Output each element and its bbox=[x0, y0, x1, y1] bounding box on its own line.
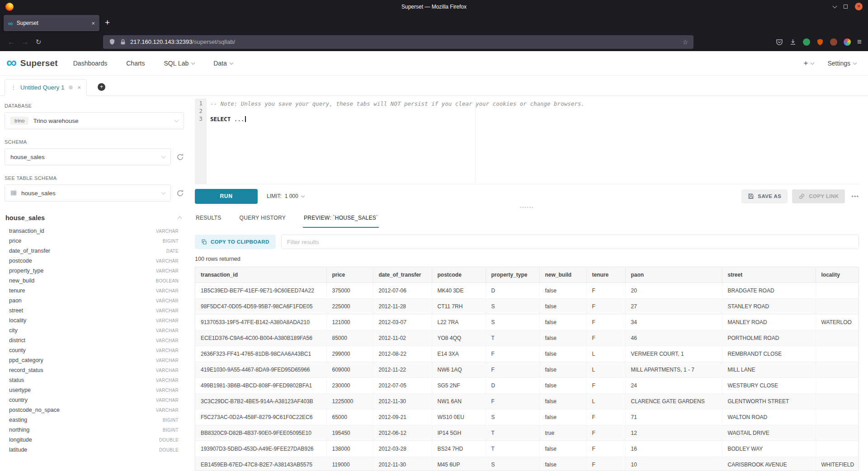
copy-link-button[interactable]: COPY LINK bbox=[792, 189, 845, 203]
column-header[interactable]: date_of_transfer bbox=[373, 267, 432, 283]
nav-item-sql-lab[interactable]: SQL Lab bbox=[164, 60, 194, 67]
nav-item-data[interactable]: Data bbox=[213, 60, 233, 67]
column-header[interactable]: street bbox=[722, 267, 816, 283]
column-header[interactable]: transaction_id bbox=[195, 267, 326, 283]
column-type: VARCHAR bbox=[156, 408, 179, 413]
cell-price: 121000 bbox=[326, 315, 373, 330]
sql-toolbar: RUN LIMIT: 1 000 SAVE AS bbox=[195, 188, 859, 204]
column-type: BIGINT bbox=[163, 239, 179, 244]
cell-new-build: true bbox=[539, 425, 586, 441]
column-type: VARCHAR bbox=[156, 358, 179, 363]
main-nav: Dashboards Charts SQL Lab Data bbox=[73, 60, 233, 67]
tracking-shield-icon[interactable] bbox=[108, 38, 116, 46]
settings-menu[interactable]: Settings bbox=[827, 60, 856, 67]
query-tab-untitled-1[interactable]: ⋮ Untitled Query 1 × bbox=[5, 79, 87, 96]
table-column-row: property_type VARCHAR bbox=[5, 266, 184, 276]
back-button[interactable]: ← bbox=[5, 38, 18, 46]
cell-postcode: WS10 0EU bbox=[432, 410, 486, 425]
column-header[interactable]: paon bbox=[625, 267, 722, 283]
cell-transaction-id: 98F5DC47-0D05-4D59-95B7-98CA6F1FDE05 bbox=[195, 299, 326, 315]
table-row: ECE1D376-C9A6-4C00-B004-A380B189FA56 850… bbox=[195, 330, 859, 346]
run-button[interactable]: RUN bbox=[195, 189, 258, 204]
table-select[interactable]: house_sales bbox=[5, 184, 171, 202]
window-close-button[interactable]: × bbox=[855, 3, 863, 10]
refresh-schema-button[interactable] bbox=[176, 153, 184, 161]
browser-tab-superset[interactable]: ∞ Superset × bbox=[4, 15, 99, 31]
cell-locality: WATERLOO bbox=[816, 315, 859, 330]
refresh-table-button[interactable] bbox=[176, 189, 184, 197]
drag-handle-icon[interactable]: ⋮ bbox=[10, 84, 16, 91]
nav-item-dashboards[interactable]: Dashboards bbox=[73, 60, 108, 67]
bookmark-star-icon[interactable]: ☆ bbox=[682, 38, 688, 46]
column-header[interactable]: locality bbox=[816, 267, 859, 283]
table-schema-header[interactable]: house_sales bbox=[5, 214, 181, 221]
menu-icon[interactable]: ≡ bbox=[857, 38, 862, 47]
column-type: VARCHAR bbox=[156, 298, 179, 303]
column-header[interactable]: price bbox=[326, 267, 373, 283]
column-header[interactable]: property_type bbox=[486, 267, 539, 283]
more-options-button[interactable]: ••• bbox=[851, 193, 859, 200]
cell-property-type: T bbox=[486, 425, 539, 441]
schema-select[interactable]: house_sales bbox=[5, 148, 171, 165]
column-name: district bbox=[9, 337, 25, 344]
cell-locality bbox=[816, 362, 859, 378]
column-name: status bbox=[9, 377, 24, 383]
download-icon[interactable] bbox=[789, 38, 797, 46]
sql-editor[interactable]: 123 -- Note: Unless you save your query,… bbox=[195, 99, 859, 184]
cell-tenure: F bbox=[586, 441, 625, 457]
column-type: DOUBLE bbox=[159, 438, 179, 443]
superset-brand[interactable]: ∞ Superset bbox=[6, 57, 58, 70]
tab-preview-house-sales[interactable]: PREVIEW: `HOUSE_SALES` bbox=[303, 210, 379, 228]
table-row: EB1459EB-67ED-47C8-B2E7-A38143AB5575 119… bbox=[195, 457, 859, 471]
extension-icon-2[interactable] bbox=[816, 38, 824, 46]
add-new-button[interactable]: + bbox=[803, 59, 814, 68]
database-select[interactable]: trino Trino warehouse bbox=[5, 112, 184, 129]
results-table-body: 1B5C39ED-BE7F-41EF-9E71-9C60EED74A22 375… bbox=[195, 283, 859, 471]
collapse-chevron-icon[interactable] bbox=[178, 217, 182, 221]
filter-results-input[interactable] bbox=[281, 235, 859, 249]
column-header[interactable]: new_build bbox=[539, 267, 586, 283]
editor-code-area[interactable]: -- Note: Unless you save your query, the… bbox=[207, 99, 859, 184]
tab-query-history[interactable]: QUERY HISTORY bbox=[239, 210, 287, 228]
extension-icon-1[interactable] bbox=[803, 38, 810, 46]
tab-results[interactable]: RESULTS bbox=[195, 210, 222, 228]
column-header[interactable]: tenure bbox=[586, 267, 625, 283]
table-schema-label: SEE TABLE SCHEMA bbox=[5, 175, 184, 181]
new-browser-tab-button[interactable]: + bbox=[99, 18, 115, 33]
cell-street: WAGTAIL DRIVE bbox=[722, 425, 816, 441]
browser-tab-close-icon[interactable]: × bbox=[91, 20, 95, 27]
column-name: property_type bbox=[9, 268, 43, 274]
resize-grip-handle[interactable]: •••••• bbox=[195, 204, 859, 210]
window-minimize-button[interactable] bbox=[833, 4, 837, 8]
cell-property-type: F bbox=[486, 362, 539, 378]
cell-tenure: F bbox=[586, 330, 625, 346]
add-query-tab-button[interactable]: + bbox=[98, 83, 105, 91]
forward-button[interactable]: → bbox=[18, 38, 32, 46]
superset-favicon-icon: ∞ bbox=[8, 19, 13, 27]
url-bar[interactable]: 217.160.120.143:32393/superset/sqllab/ ☆ bbox=[103, 35, 693, 49]
query-tab-close-icon[interactable]: × bbox=[78, 84, 81, 91]
cell-new-build: false bbox=[539, 441, 586, 457]
extension-icon-4[interactable] bbox=[844, 38, 851, 46]
column-type: VARCHAR bbox=[156, 368, 179, 373]
column-header[interactable]: postcode bbox=[432, 267, 486, 283]
save-as-button[interactable]: SAVE AS bbox=[741, 189, 788, 203]
extension-icon-3[interactable] bbox=[830, 38, 837, 46]
pocket-icon[interactable] bbox=[776, 38, 783, 46]
limit-dropdown[interactable]: LIMIT: 1 000 bbox=[267, 193, 304, 199]
cell-date-of-transfer: 2012-06-12 bbox=[373, 425, 432, 441]
column-name: new_build bbox=[9, 278, 34, 284]
window-maximize-button[interactable] bbox=[844, 5, 848, 9]
cell-paon: 34 bbox=[625, 315, 722, 330]
reload-button[interactable]: ↻ bbox=[32, 38, 45, 46]
cell-property-type: D bbox=[486, 378, 539, 394]
line-number: 1 bbox=[195, 100, 207, 108]
nav-item-charts[interactable]: Charts bbox=[126, 60, 145, 67]
lock-icon[interactable] bbox=[120, 39, 126, 45]
window-titlebar: Superset — Mozilla Firefox × bbox=[0, 0, 868, 13]
schema-label: SCHEMA bbox=[5, 139, 184, 145]
table-row: 419E1030-9A55-4467-8DA9-9FED95D65966 609… bbox=[195, 362, 859, 378]
line-number: 2 bbox=[195, 108, 207, 115]
copy-to-clipboard-button[interactable]: COPY TO CLIPBOARD bbox=[195, 235, 276, 249]
cell-property-type: S bbox=[486, 315, 539, 330]
